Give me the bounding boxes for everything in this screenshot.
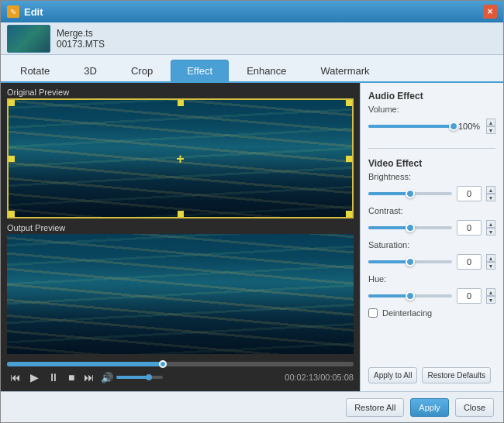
hue-input[interactable] bbox=[457, 288, 482, 304]
saturation-slider-row: ▲ ▼ bbox=[368, 254, 495, 270]
contrast-thumb[interactable] bbox=[406, 223, 415, 232]
effect-action-buttons: Apply to All Restore Defaults bbox=[368, 367, 495, 383]
contrast-input[interactable] bbox=[457, 220, 482, 236]
contrast-slider-container[interactable] bbox=[368, 226, 452, 229]
file1-name: Merge.ts bbox=[57, 28, 105, 39]
contrast-up-button[interactable]: ▲ bbox=[486, 220, 495, 228]
title-bar: ✎ Edit × bbox=[1, 1, 503, 22]
volume-bar[interactable] bbox=[116, 376, 163, 379]
main-content: Original Preview + bbox=[1, 83, 503, 391]
brightness-input[interactable] bbox=[457, 186, 482, 201]
window-title: Edit bbox=[24, 6, 483, 18]
contrast-track[interactable] bbox=[368, 226, 452, 229]
volume-label: Volume: bbox=[368, 105, 411, 114]
saturation-slider-container[interactable] bbox=[368, 260, 452, 263]
hue-thumb[interactable] bbox=[406, 291, 415, 301]
hue-slider-container[interactable] bbox=[368, 294, 452, 297]
original-video: + bbox=[7, 98, 354, 218]
close-window-button[interactable]: × bbox=[483, 5, 497, 19]
volume-track[interactable] bbox=[368, 125, 454, 128]
tab-enhance[interactable]: Enhance bbox=[230, 60, 302, 81]
original-preview-section: Original Preview + bbox=[1, 83, 360, 220]
crop-handle-tr[interactable] bbox=[346, 100, 352, 106]
original-label: Original Preview bbox=[7, 88, 354, 97]
crop-handle-bl[interactable] bbox=[9, 211, 15, 217]
brightness-down-button[interactable]: ▼ bbox=[486, 194, 495, 201]
edit-window: ✎ Edit × Merge.ts 00173.MTS Rotate 3D Cr… bbox=[0, 0, 504, 423]
apply-button[interactable]: Apply bbox=[410, 398, 449, 417]
saturation-thumb[interactable] bbox=[406, 257, 415, 267]
spacer bbox=[368, 324, 495, 361]
volume-down-button[interactable]: ▼ bbox=[486, 126, 495, 134]
contrast-label: Contrast: bbox=[368, 206, 411, 215]
deinterlacing-checkbox[interactable] bbox=[368, 308, 378, 318]
stop-button[interactable]: ■ bbox=[65, 370, 78, 385]
saturation-label: Saturation: bbox=[368, 240, 411, 249]
brightness-spinners: ▲ ▼ bbox=[486, 186, 495, 201]
hue-label-row: Hue: bbox=[368, 274, 495, 284]
time-display: 00:02:13/00:05:08 bbox=[285, 373, 354, 382]
close-button[interactable]: Close bbox=[455, 398, 494, 417]
crop-handle-mr[interactable] bbox=[346, 156, 352, 162]
seek-bar[interactable] bbox=[7, 362, 354, 366]
restore-defaults-button[interactable]: Restore Defaults bbox=[422, 367, 490, 383]
brightness-fill bbox=[368, 192, 410, 195]
brightness-track[interactable] bbox=[368, 192, 452, 195]
preview-panel: Original Preview + bbox=[1, 83, 360, 391]
crop-handle-bm[interactable] bbox=[178, 211, 184, 217]
deinterlacing-label: Deinterlacing bbox=[382, 308, 432, 318]
crop-handle-tl[interactable] bbox=[9, 100, 15, 106]
hue-track[interactable] bbox=[368, 294, 452, 297]
saturation-spinners: ▲ ▼ bbox=[486, 254, 495, 270]
volume-slider-container[interactable] bbox=[368, 125, 454, 128]
volume-up-button[interactable]: ▲ bbox=[486, 119, 495, 126]
skip-back-button[interactable]: ⏮ bbox=[7, 370, 24, 385]
hue-slider-row: ▲ ▼ bbox=[368, 288, 495, 304]
saturation-fill bbox=[368, 260, 410, 263]
tab-crop[interactable]: Crop bbox=[115, 60, 169, 81]
pause-button[interactable]: ⏸ bbox=[45, 370, 62, 385]
output-label: Output Preview bbox=[7, 223, 354, 232]
output-video bbox=[7, 234, 354, 354]
contrast-spinners: ▲ ▼ bbox=[486, 220, 495, 236]
audio-effect-title: Audio Effect bbox=[368, 91, 495, 101]
volume-slider-fill bbox=[368, 125, 454, 128]
contrast-down-button[interactable]: ▼ bbox=[486, 228, 495, 236]
crop-handle-ml[interactable] bbox=[9, 156, 15, 162]
crop-handle-br[interactable] bbox=[346, 211, 352, 217]
volume-control-row: Volume: bbox=[368, 105, 495, 114]
tabs-bar: Rotate 3D Crop Effect Enhance Watermark bbox=[1, 55, 503, 83]
skip-forward-button[interactable]: ⏭ bbox=[81, 370, 98, 385]
video-effect-section: Video Effect Brightness: ▲ ▼ bbox=[368, 158, 495, 318]
saturation-down-button[interactable]: ▼ bbox=[486, 262, 495, 270]
brightness-slider-container[interactable] bbox=[368, 192, 452, 195]
seek-thumb[interactable] bbox=[159, 360, 167, 368]
brightness-thumb[interactable] bbox=[406, 189, 415, 198]
tab-watermark[interactable]: Watermark bbox=[304, 60, 385, 81]
tab-3d[interactable]: 3D bbox=[67, 60, 113, 81]
original-video-frame: + bbox=[7, 98, 354, 218]
crop-handle-tm[interactable] bbox=[178, 100, 184, 106]
controls-row: ⏮ ▶ ⏸ ■ ⏭ 🔊 00:02:13/00:05:08 bbox=[7, 370, 354, 385]
crosshair-icon: + bbox=[176, 150, 185, 167]
hue-down-button[interactable]: ▼ bbox=[486, 296, 495, 304]
tab-effect[interactable]: Effect bbox=[171, 60, 229, 81]
video-effect-title: Video Effect bbox=[368, 158, 495, 169]
seek-bar-container[interactable] bbox=[7, 362, 354, 366]
saturation-track[interactable] bbox=[368, 260, 452, 263]
hue-up-button[interactable]: ▲ bbox=[486, 288, 495, 296]
file-thumbnail bbox=[7, 25, 50, 53]
deinterlacing-row: Deinterlacing bbox=[368, 308, 495, 318]
brightness-up-button[interactable]: ▲ bbox=[486, 186, 495, 194]
volume-slider-thumb[interactable] bbox=[449, 122, 458, 131]
volume-thumb[interactable] bbox=[146, 374, 152, 380]
apply-to-all-button[interactable]: Apply to All bbox=[368, 367, 417, 383]
saturation-input[interactable] bbox=[457, 254, 482, 270]
hue-fill bbox=[368, 294, 410, 297]
volume-icon: 🔊 bbox=[101, 372, 113, 383]
tab-rotate[interactable]: Rotate bbox=[4, 60, 66, 81]
play-button[interactable]: ▶ bbox=[27, 370, 42, 385]
saturation-up-button[interactable]: ▲ bbox=[486, 254, 495, 262]
contrast-fill bbox=[368, 226, 410, 229]
restore-all-button[interactable]: Restore All bbox=[346, 398, 404, 417]
